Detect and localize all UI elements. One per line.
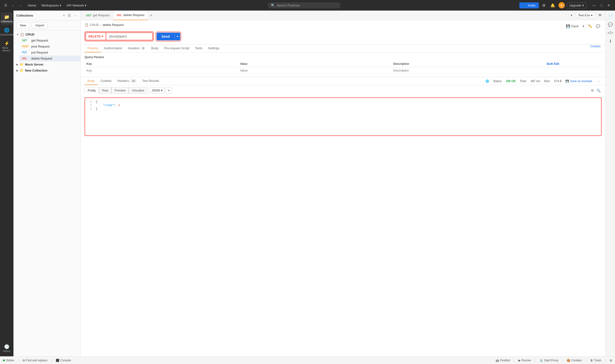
response-tab-body[interactable]: Body: [85, 77, 97, 85]
list-item[interactable]: GET get Request: [19, 38, 80, 43]
minimize-button[interactable]: —: [590, 2, 598, 8]
request-area: 📋 CRUD / delete Request 💾 Save ▾ ✏️ 💬 DE…: [81, 20, 605, 44]
body-tab-pretty[interactable]: Pretty: [85, 87, 99, 94]
format-select[interactable]: JSON ▾: [149, 87, 165, 93]
edit-icon-btn[interactable]: ✏️: [587, 23, 594, 29]
start-proxy-btn[interactable]: 📡 Start Proxy: [540, 359, 558, 362]
sidebar-item-mock-servers[interactable]: ⚡ Mock servers: [1, 39, 13, 54]
right-sidebar-btn-info[interactable]: ℹ: [608, 38, 613, 45]
sidebar-item-history[interactable]: 🕐 History: [1, 342, 13, 354]
right-sidebar-btn-docs[interactable]: 📄: [607, 13, 614, 20]
upgrade-button[interactable]: Upgrade ▾: [567, 2, 587, 8]
menu-btn[interactable]: ☰: [3, 3, 9, 8]
response-tab-cookies[interactable]: Cookies: [97, 77, 115, 85]
tab-authorization[interactable]: Authorization: [101, 44, 125, 52]
console-btn[interactable]: ⬛ Console: [56, 359, 71, 362]
tab-pre-request-script[interactable]: Pre-request Script: [161, 44, 192, 52]
back-btn[interactable]: ←: [10, 3, 16, 8]
close-button[interactable]: ✕: [605, 2, 612, 8]
bell-icon-btn[interactable]: 🔔: [549, 2, 557, 9]
filter-btn[interactable]: ≡: [166, 87, 172, 93]
tree-folder-mock[interactable]: ▶ 📁 Mock Server: [13, 62, 80, 67]
tab-tests[interactable]: Tests: [192, 44, 205, 52]
sidebar-item-environments[interactable]: 🌐 Environments: [1, 26, 13, 38]
env-settings-btn[interactable]: 👁: [597, 12, 603, 18]
add-tab-button[interactable]: +: [148, 12, 154, 18]
params-title: Query Params: [85, 55, 602, 59]
breadcrumb-collection[interactable]: CRUD: [90, 23, 99, 27]
right-sidebar-btn-comments[interactable]: 💬: [607, 21, 614, 28]
invite-button[interactable]: 👤 Invite: [519, 2, 539, 8]
postbot-btn[interactable]: 🤖 Postbot: [495, 359, 510, 362]
save-dropdown-btn[interactable]: ▾: [581, 23, 586, 29]
online-status[interactable]: Online: [3, 359, 14, 362]
right-sidebar-btn-code[interactable]: </>: [606, 29, 615, 37]
collection-tree: ▼ 📋 CRUD GET get Request POST post Reque…: [13, 30, 80, 356]
tab-settings[interactable]: Settings: [205, 44, 222, 52]
body-tab-visualize[interactable]: Visualize: [129, 87, 147, 94]
response-tab-test-results[interactable]: Test Results: [139, 77, 162, 85]
params-section: Query Params Key Value Description Bulk …: [81, 52, 605, 77]
tab-delete-request[interactable]: DEL delete Request: [113, 11, 148, 20]
method-label: DELETE: [88, 35, 101, 38]
workspaces-menu[interactable]: Workspaces ▾: [39, 3, 64, 8]
tab-get-request[interactable]: GET get Request: [83, 11, 113, 20]
send-btn-highlight: Send ▾: [156, 32, 181, 41]
mock-servers-label: Mock servers: [2, 47, 11, 52]
response-body-box[interactable]: 1 { 2 "code": 0 3 }: [85, 97, 602, 136]
save-example-btn[interactable]: 💾 Save as example: [565, 79, 592, 83]
line-number: 2: [87, 104, 92, 107]
url-bar: DELETE ▾ Send ▾: [85, 31, 602, 41]
tree-folder-crud[interactable]: ▼ 📋 CRUD: [13, 31, 80, 38]
environments-label: Environments: [0, 33, 14, 36]
list-item[interactable]: PUT put Request: [19, 50, 80, 55]
response-tab-headers[interactable]: Headers 10: [115, 77, 139, 85]
more-btn[interactable]: ···: [73, 13, 78, 18]
body-tab-preview[interactable]: Preview: [111, 87, 129, 94]
response-more-btn[interactable]: ···: [596, 78, 602, 84]
runner-btn[interactable]: ▶ Runner: [518, 359, 531, 362]
runner-icon: ▶: [518, 359, 521, 362]
method-url-highlight: DELETE ▾: [85, 31, 154, 41]
save-button[interactable]: 💾 Save: [564, 23, 580, 29]
method-select[interactable]: DELETE ▾: [85, 32, 106, 40]
trash-btn[interactable]: 🗑 Trash: [590, 359, 601, 362]
sidebar-item-collections[interactable]: 📁 Collections: [1, 13, 13, 25]
find-replace-btn[interactable]: ⊞ Find and replace: [23, 359, 47, 362]
body-tab-raw[interactable]: Raw: [99, 87, 111, 94]
env-selector[interactable]: Test Env ▾: [576, 13, 595, 18]
tab-headers[interactable]: Headers 6: [125, 44, 148, 52]
collections-panel: Collections + ☰ ··· New Import ▼ 📋 CRUD …: [13, 11, 81, 356]
send-button[interactable]: Send: [157, 33, 174, 40]
cookies-link[interactable]: Cookies: [589, 44, 602, 49]
import-button[interactable]: Import: [32, 22, 48, 28]
tab-body[interactable]: Body: [148, 44, 161, 52]
filter-btn[interactable]: ☰: [67, 13, 72, 18]
home-menu[interactable]: Home: [26, 3, 39, 8]
layout-btn[interactable]: ⊞: [610, 359, 612, 362]
tabs-chevron-btn[interactable]: ▾: [569, 13, 574, 18]
cookies-btn[interactable]: 🍪 Cookies: [567, 359, 582, 362]
forward-btn[interactable]: →: [17, 3, 24, 8]
comment-icon-btn[interactable]: 💬: [595, 23, 602, 29]
api-network-menu[interactable]: API Network ▾: [64, 3, 89, 8]
list-item[interactable]: POST post Request: [19, 43, 80, 50]
tree-folder-new-collection[interactable]: ▶ 📁 New Collection: [13, 67, 80, 74]
start-proxy-label: Start Proxy: [544, 359, 558, 362]
value-input[interactable]: [240, 69, 390, 72]
url-input[interactable]: [106, 32, 153, 40]
search-response-btn[interactable]: 🔍: [596, 87, 602, 93]
settings-icon-btn[interactable]: ⚙: [541, 2, 547, 9]
description-input[interactable]: [393, 69, 543, 72]
key-input[interactable]: [86, 69, 236, 72]
search-input-wrap[interactable]: 🔍 Search Postman: [268, 2, 340, 8]
new-button[interactable]: New: [16, 22, 30, 28]
copy-btn[interactable]: ⧉: [590, 87, 595, 93]
list-item[interactable]: DEL delete Request: [19, 55, 80, 62]
bulk-edit-btn[interactable]: Bulk Edit: [547, 62, 559, 65]
send-dropdown-btn[interactable]: ▾: [175, 33, 180, 40]
add-collection-btn[interactable]: +: [62, 13, 66, 18]
tab-label-get: get Request: [93, 13, 110, 17]
tab-params[interactable]: Params: [85, 44, 101, 52]
maximize-button[interactable]: □: [599, 2, 604, 8]
